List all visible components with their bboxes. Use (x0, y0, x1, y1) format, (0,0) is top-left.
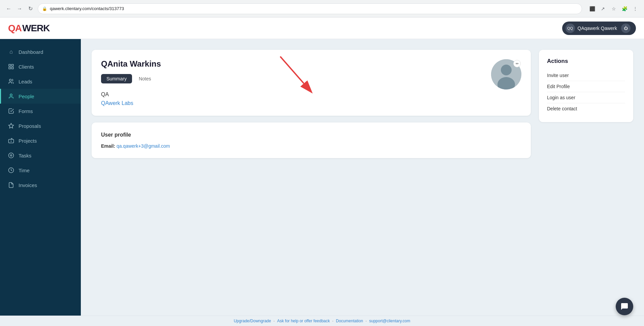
profile-card: QAnita Warkins Summary Notes QA QAwerk L… (92, 50, 531, 116)
sidebar-item-time[interactable]: Time (0, 163, 81, 178)
actions-panel: Actions Invite user Edit Profile Login a… (539, 50, 633, 122)
svg-point-16 (501, 65, 512, 75)
address-bar[interactable]: 🔒 qawerk.clientary.com/contacts/313773 (38, 3, 582, 14)
avatar-container: ✏ (491, 59, 521, 89)
user-profile-title: User profile (101, 132, 521, 138)
logo-werk: WERK (22, 23, 50, 34)
invoices-icon (8, 182, 14, 188)
actions-title: Actions (547, 58, 625, 65)
profile-company: QAwerk Labs (101, 100, 161, 106)
time-icon (8, 167, 14, 174)
sidebar-label-projects: Projects (19, 138, 37, 144)
sidebar-item-forms[interactable]: Forms (0, 104, 81, 118)
sidebar: ⌂ Dashboard Clients Leads People (0, 39, 81, 316)
sidebar-label-tasks: Tasks (19, 153, 31, 158)
sidebar-label-dashboard: Dashboard (19, 49, 43, 55)
top-bar: QAWERK QQ QAqawerk Qawerk ⏻ (0, 17, 644, 39)
svg-rect-3 (9, 67, 10, 69)
forms-icon (8, 108, 14, 114)
sidebar-label-proposals: Proposals (19, 123, 41, 129)
profile-info: QAnita Warkins Summary Notes QA QAwerk L… (101, 59, 161, 106)
reload-button[interactable]: ↻ (26, 4, 35, 13)
svg-marker-6 (9, 123, 14, 128)
sidebar-label-leads: Leads (19, 79, 32, 84)
chat-button[interactable] (616, 298, 633, 315)
svg-rect-1 (12, 64, 13, 66)
login-as-user-link[interactable]: Login as user (547, 92, 625, 103)
footer-upgrade-link[interactable]: Upgrade/Downgrade (234, 319, 271, 323)
sidebar-item-leads[interactable]: Leads (0, 74, 81, 89)
sidebar-label-people: People (19, 94, 34, 99)
main-layout: ⌂ Dashboard Clients Leads People (0, 39, 644, 316)
edit-profile-link[interactable]: Edit Profile (547, 81, 625, 92)
browser-actions: ⬛ ↗ ☆ 🧩 ⋮ (587, 4, 640, 13)
sidebar-label-time: Time (19, 168, 30, 173)
tasks-icon (8, 152, 14, 159)
sidebar-item-proposals[interactable]: Proposals (0, 118, 81, 133)
sidebar-item-invoices[interactable]: Invoices (0, 178, 81, 192)
people-icon (8, 93, 14, 100)
bookmark-icon[interactable]: ☆ (609, 4, 618, 13)
delete-contact-link[interactable]: Delete contact (547, 103, 625, 114)
main-column: QAnita Warkins Summary Notes QA QAwerk L… (92, 50, 531, 158)
tab-summary[interactable]: Summary (101, 74, 132, 83)
sidebar-item-dashboard[interactable]: ⌂ Dashboard (0, 44, 81, 59)
back-button[interactable]: ← (4, 4, 13, 13)
sidebar-label-invoices: Invoices (19, 182, 37, 188)
email-link[interactable]: qa.qawerk+3@gmail.com (117, 143, 170, 149)
svg-point-5 (10, 94, 12, 96)
forward-button[interactable]: → (15, 4, 24, 13)
profile-name: QAnita Warkins (101, 59, 161, 69)
sidebar-item-people[interactable]: People (0, 89, 81, 104)
proposals-icon (8, 122, 14, 129)
actions-card: Actions Invite user Edit Profile Login a… (539, 50, 633, 122)
browser-chrome: ← → ↻ 🔒 qawerk.clientary.com/contacts/31… (0, 0, 644, 17)
home-icon: ⌂ (8, 48, 14, 55)
sidebar-item-clients[interactable]: Clients (0, 59, 81, 74)
email-label: Email: (101, 143, 115, 149)
user-profile-card: User profile Email: qa.qawerk+3@gmail.co… (92, 122, 531, 158)
logo-qa: QA (8, 23, 22, 34)
logo: QAWERK (8, 23, 50, 34)
edit-avatar-button[interactable]: ✏ (513, 60, 521, 67)
lock-icon: 🔒 (42, 6, 47, 11)
browser-nav: ← → ↻ (4, 4, 35, 13)
leads-icon (8, 78, 14, 85)
tab-notes[interactable]: Notes (133, 74, 157, 83)
svg-point-10 (9, 153, 14, 158)
invite-user-link[interactable]: Invite user (547, 70, 625, 81)
menu-icon[interactable]: ⋮ (631, 4, 640, 13)
footer-bar: Upgrade/Downgrade · Ask for help or offe… (0, 316, 644, 326)
profile-tabs: Summary Notes (101, 74, 161, 83)
url-text: qawerk.clientary.com/contacts/313773 (50, 6, 124, 11)
clients-icon (8, 63, 14, 70)
footer-feedback-link[interactable]: Ask for help or offer feedback (277, 319, 330, 323)
svg-point-4 (9, 79, 11, 81)
user-badge[interactable]: QQ QAqawerk Qawerk ⏻ (562, 22, 636, 35)
svg-point-11 (10, 155, 12, 156)
sidebar-item-projects[interactable]: Projects (0, 133, 81, 148)
user-name: QAqawerk Qawerk (578, 26, 617, 31)
sidebar-label-clients: Clients (19, 64, 34, 70)
footer-support-link[interactable]: support@clientary.com (369, 319, 410, 323)
profile-card-wrapper: QAnita Warkins Summary Notes QA QAwerk L… (92, 50, 531, 116)
power-button[interactable]: ⏻ (621, 24, 631, 33)
avatar: QQ (566, 24, 575, 33)
cast-icon[interactable]: ⬛ (587, 4, 597, 13)
projects-icon (8, 137, 14, 144)
app-wrapper: QAWERK QQ QAqawerk Qawerk ⏻ ⌂ Dashboard … (0, 17, 644, 326)
profile-role: QA (101, 92, 161, 98)
email-row: Email: qa.qawerk+3@gmail.com (101, 143, 521, 149)
svg-rect-0 (9, 64, 10, 66)
extension-icon[interactable]: 🧩 (620, 4, 629, 13)
svg-rect-2 (12, 67, 13, 69)
sidebar-item-tasks[interactable]: Tasks (0, 148, 81, 163)
share-icon[interactable]: ↗ (598, 4, 608, 13)
sidebar-label-forms: Forms (19, 108, 33, 114)
footer-docs-link[interactable]: Documentation (336, 319, 363, 323)
content-area: QAnita Warkins Summary Notes QA QAwerk L… (81, 39, 644, 316)
